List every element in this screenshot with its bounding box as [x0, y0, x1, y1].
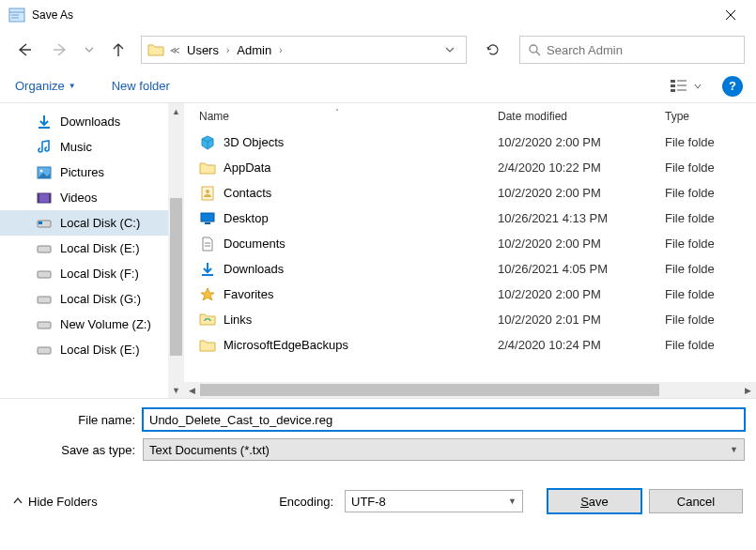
file-date: 2/4/2020 10:22 PM	[490, 160, 657, 175]
chevron-right-icon: ›	[277, 45, 284, 55]
links-icon	[199, 312, 216, 328]
videos-icon	[36, 190, 53, 206]
new-folder-button[interactable]: New folder	[112, 79, 170, 93]
scroll-down-icon[interactable]: ▼	[168, 382, 184, 398]
tree-item-label: Videos	[60, 191, 98, 205]
svg-line-7	[536, 52, 540, 55]
file-name-label: File name:	[11, 413, 143, 427]
list-header: ˄ Name Date modified Type	[184, 103, 756, 130]
favorites-icon	[199, 286, 216, 303]
svg-point-6	[530, 45, 537, 53]
svg-rect-9	[671, 84, 675, 87]
tree-item-label: Downloads	[60, 115, 120, 129]
hide-folders-toggle[interactable]: Hide Folders	[13, 495, 98, 509]
breadcrumb-users[interactable]: Users	[185, 43, 221, 57]
recent-dropdown[interactable]	[83, 37, 96, 63]
organize-menu[interactable]: Organize ▼	[13, 75, 78, 97]
tree-item-downloads[interactable]: Downloads	[0, 109, 184, 134]
scroll-thumb[interactable]	[170, 198, 182, 356]
file-row[interactable]: Desktop10/26/2021 4:13 PMFile folde	[184, 206, 756, 231]
file-list: ˄ Name Date modified Type 3D Objects10/2…	[184, 103, 756, 398]
file-name-input[interactable]	[143, 408, 745, 431]
svg-rect-26	[38, 347, 51, 354]
column-type[interactable]: Type	[657, 110, 756, 123]
chevron-right-icon: ›	[224, 45, 231, 55]
3d-icon	[199, 134, 216, 151]
file-row[interactable]: MicrosoftEdgeBackups2/4/2020 10:24 PMFil…	[184, 332, 756, 358]
file-row[interactable]: Favorites10/2/2020 2:00 PMFile folde	[184, 282, 756, 307]
svg-rect-8	[671, 80, 675, 83]
chevron-down-icon: ▼	[69, 82, 76, 90]
save-button[interactable]: Save	[548, 489, 641, 513]
file-date: 10/26/2021 4:05 PM	[490, 262, 657, 276]
file-date: 10/2/2020 2:00 PM	[490, 237, 657, 251]
file-row[interactable]: Links10/2/2020 2:01 PMFile folde	[184, 307, 756, 332]
tree-scrollbar[interactable]: ▲ ▼	[168, 103, 184, 398]
svg-rect-21	[39, 222, 42, 224]
music-icon	[36, 139, 53, 156]
window-title: Save As	[32, 8, 709, 22]
file-row[interactable]: Documents10/2/2020 2:00 PMFile folde	[184, 231, 756, 256]
scroll-right-icon[interactable]: ▶	[740, 386, 756, 395]
refresh-button[interactable]	[476, 36, 510, 64]
footer: Hide Folders Encoding: UTF-8 ▼ Save Canc…	[0, 472, 756, 525]
svg-rect-24	[38, 297, 51, 303]
cancel-button[interactable]: Cancel	[649, 489, 743, 513]
save-type-combo[interactable]: Text Documents (*.txt) ▼	[143, 438, 745, 461]
tree-item-pictures[interactable]: Pictures	[0, 160, 184, 185]
file-type: File folde	[657, 211, 756, 225]
tree-item-videos[interactable]: Videos	[0, 185, 184, 210]
view-options[interactable]	[666, 76, 705, 97]
tree-item-local-disk-e-[interactable]: Local Disk (E:)	[0, 236, 184, 261]
hscroll-thumb[interactable]	[200, 384, 659, 396]
disk-icon	[36, 342, 53, 359]
list-hscrollbar[interactable]: ◀ ▶	[184, 382, 756, 398]
file-row[interactable]: 3D Objects10/2/2020 2:00 PMFile folde	[184, 130, 756, 155]
svg-rect-10	[671, 89, 675, 92]
scroll-up-icon[interactable]: ▲	[168, 103, 184, 119]
column-date[interactable]: Date modified	[490, 110, 657, 123]
tree-item-local-disk-e-[interactable]: Local Disk (E:)	[0, 337, 184, 362]
folder-icon	[199, 337, 216, 354]
file-name: Links	[224, 313, 252, 327]
address-dropdown[interactable]	[440, 45, 460, 54]
encoding-value: UTF-8	[351, 495, 386, 509]
save-label-rest: ave	[589, 495, 609, 509]
column-name[interactable]: ˄ Name	[184, 110, 490, 123]
disk-icon	[36, 291, 53, 308]
tree-item-local-disk-c-[interactable]: Local Disk (C:)	[0, 210, 184, 236]
nav-row: ≪ Users › Admin ›	[0, 30, 756, 69]
breadcrumb-admin[interactable]: Admin	[235, 43, 273, 57]
back-button[interactable]	[11, 37, 38, 63]
search-box[interactable]	[519, 36, 745, 64]
svg-rect-18	[38, 193, 39, 203]
tree-item-local-disk-g-[interactable]: Local Disk (G:)	[0, 286, 184, 312]
help-button[interactable]: ?	[722, 76, 743, 97]
file-type: File folde	[657, 135, 756, 149]
file-date: 10/2/2020 2:00 PM	[490, 186, 657, 200]
file-row[interactable]: AppData2/4/2020 10:22 PMFile folde	[184, 155, 756, 180]
svg-rect-17	[38, 193, 51, 203]
hide-folders-label: Hide Folders	[28, 495, 98, 509]
scroll-left-icon[interactable]: ◀	[184, 386, 200, 395]
encoding-combo[interactable]: UTF-8 ▼	[345, 490, 523, 512]
tree-item-label: New Volume (Z:)	[60, 317, 151, 331]
tree-item-local-disk-f-[interactable]: Local Disk (F:)	[0, 261, 184, 286]
up-button[interactable]	[105, 37, 131, 63]
disk-icon	[36, 240, 53, 257]
disk-icon	[36, 316, 53, 333]
tree-item-label: Local Disk (E:)	[60, 343, 140, 357]
file-row[interactable]: Downloads10/26/2021 4:05 PMFile folde	[184, 256, 756, 282]
svg-point-28	[206, 190, 209, 193]
chevron-down-icon	[694, 83, 702, 90]
file-row[interactable]: Contacts10/2/2020 2:00 PMFile folde	[184, 180, 756, 206]
search-icon	[528, 43, 541, 56]
forward-button[interactable]	[47, 37, 73, 63]
tree-item-new-volume-z-[interactable]: New Volume (Z:)	[0, 312, 184, 337]
address-bar[interactable]: ≪ Users › Admin ›	[141, 36, 467, 64]
close-button[interactable]	[709, 0, 752, 30]
file-name: 3D Objects	[224, 135, 284, 149]
tree-item-music[interactable]: Music	[0, 134, 184, 160]
search-input[interactable]	[547, 43, 736, 57]
download-icon	[36, 114, 53, 130]
